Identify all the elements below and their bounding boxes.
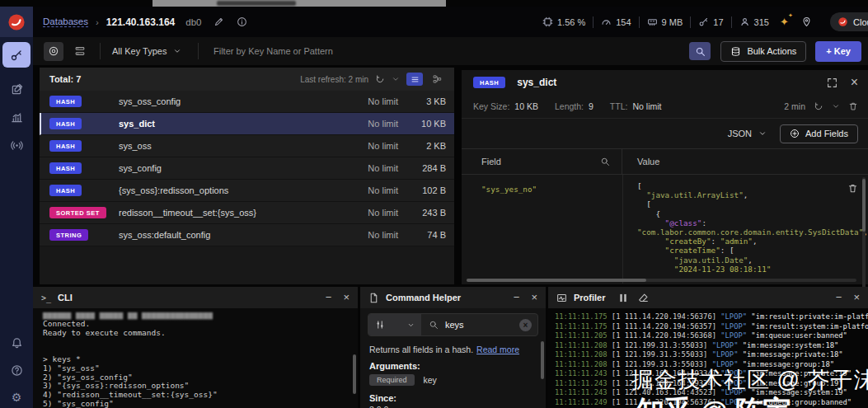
auto-refresh-chevron-icon[interactable] bbox=[392, 75, 400, 83]
command-helper-header[interactable]: Command Helper − × bbox=[360, 287, 546, 308]
json-token: "com.labor.common.core.domain.entity.Sys… bbox=[637, 227, 863, 237]
command-search-value[interactable]: keys bbox=[445, 320, 464, 330]
redis-logo[interactable] bbox=[0, 7, 33, 37]
scrollbar-thumb[interactable] bbox=[467, 279, 646, 282]
log-timestamp: 11:11:11.205 bbox=[555, 331, 608, 340]
pause-profiler-icon[interactable] bbox=[619, 293, 627, 302]
key-row[interactable]: SORTED SETredisson__timeout__set:{sys_os… bbox=[40, 202, 454, 224]
key-count-icon bbox=[698, 16, 709, 27]
notifications-bell-icon[interactable] bbox=[11, 337, 23, 349]
cloud-sign-in-button[interactable]: Cloud sign in bbox=[830, 12, 868, 31]
refresh-icon[interactable] bbox=[375, 74, 385, 84]
json-token: [ bbox=[637, 181, 642, 190]
minimize-profiler-icon[interactable]: − bbox=[836, 293, 842, 302]
list-view-icon bbox=[411, 75, 420, 84]
key-ttl: No limit bbox=[322, 96, 398, 106]
clear-search-icon[interactable]: × bbox=[519, 319, 532, 331]
read-more-link[interactable]: Read more bbox=[476, 345, 519, 354]
delete-field-icon[interactable] bbox=[847, 183, 858, 194]
field-column-label: Field bbox=[481, 157, 501, 166]
key-row[interactable]: HASHsys_ossNo limit2 KB bbox=[40, 135, 454, 157]
db-info-icon[interactable] bbox=[237, 16, 247, 27]
close-helper-icon[interactable]: × bbox=[531, 293, 537, 302]
close-cli-icon[interactable]: × bbox=[343, 293, 350, 302]
key-size-value: 10 KB bbox=[514, 101, 538, 111]
help-icon[interactable] bbox=[11, 364, 23, 377]
command-helper-title: Command Helper bbox=[386, 293, 461, 302]
ttl-value[interactable]: No limit bbox=[632, 101, 661, 111]
cli-output[interactable]: ▆▆▆▆▆▆ ▆▆▆▆ ▆▆▆▆▆ ▆▆ ▆▆▆▆▆▆▆▆▆▆▆▆▆▆▆Conn… bbox=[33, 308, 358, 408]
keys-list-header: Total: 7 Last refresh: 2 min bbox=[40, 68, 454, 91]
breadcrumb-databases-link[interactable]: Databases bbox=[43, 16, 88, 27]
tree-view-toggle[interactable] bbox=[429, 73, 446, 86]
key-row[interactable]: HASHsys_oss_configNo limit3 KB bbox=[40, 91, 454, 113]
log-timestamp: 11:11:11.243 bbox=[555, 379, 608, 387]
json-line: "createBy": "admin", bbox=[637, 237, 838, 246]
profiler-title: Profiler bbox=[574, 293, 606, 302]
command-filter-dropdown[interactable] bbox=[368, 314, 421, 335]
index-search-button[interactable] bbox=[70, 42, 90, 61]
sidebar-item-workbench[interactable] bbox=[11, 83, 23, 96]
log-command: "LPOP" bbox=[720, 322, 747, 331]
list-view-toggle[interactable] bbox=[406, 73, 423, 86]
helper-scrollbar[interactable] bbox=[541, 341, 544, 379]
command-search-bar[interactable]: keys × bbox=[368, 313, 538, 336]
key-size: 10 KB bbox=[398, 119, 446, 129]
cli-header[interactable]: >_ CLI − × bbox=[33, 287, 358, 308]
key-filter-input[interactable] bbox=[212, 45, 689, 57]
close-details-icon[interactable]: × bbox=[851, 78, 858, 87]
edit-alias-icon[interactable] bbox=[213, 16, 224, 27]
field-value-cell[interactable]: [ "java.util.ArrayList", [ { "@class":"c… bbox=[637, 181, 838, 274]
key-type-badge: HASH bbox=[49, 162, 82, 174]
scrollbar-thumb[interactable] bbox=[862, 179, 866, 232]
expand-panel-icon[interactable] bbox=[827, 77, 838, 88]
value-horizontal-scrollbar[interactable] bbox=[467, 279, 856, 282]
details-refresh-chevron-icon[interactable] bbox=[832, 102, 840, 110]
log-timestamp: 11:11:11.208 bbox=[555, 350, 608, 359]
minimize-cli-icon[interactable]: − bbox=[326, 293, 332, 302]
settings-gear-icon[interactable]: ⚙ bbox=[12, 392, 22, 403]
minimize-helper-icon[interactable]: − bbox=[514, 293, 520, 302]
close-profiler-icon[interactable]: × bbox=[853, 293, 860, 302]
sidebar-item-pubsub[interactable] bbox=[11, 139, 23, 152]
details-refresh-controls: 2 min bbox=[784, 101, 858, 111]
delete-key-icon[interactable] bbox=[848, 101, 858, 111]
key-size-label: Key Size: bbox=[473, 101, 509, 111]
json-token: "createTime" bbox=[665, 246, 720, 255]
log-client-address: [1 111.14.220.194:56368] bbox=[612, 331, 716, 340]
details-refresh-icon[interactable] bbox=[814, 101, 823, 111]
key-row[interactable]: STRINGsys_oss:default_configNo limit74 B bbox=[40, 224, 454, 246]
sidebar-item-browser[interactable] bbox=[2, 42, 30, 68]
format-selector[interactable]: JSON bbox=[728, 129, 767, 138]
log-line: 11:11:11.208 [1 121.199.31.3:55033] "LPO… bbox=[555, 350, 868, 360]
column-field[interactable]: Field bbox=[462, 149, 622, 174]
clear-profiler-icon[interactable] bbox=[638, 293, 649, 303]
location-pin-icon[interactable] bbox=[801, 16, 812, 27]
cli-title: CLI bbox=[58, 293, 73, 302]
bulk-actions-button[interactable]: Bulk Actions bbox=[720, 41, 806, 62]
divider bbox=[100, 43, 101, 59]
profiler-header[interactable]: Profiler − × bbox=[548, 287, 868, 308]
key-size: 3 KB bbox=[398, 96, 446, 106]
cli-line: ▆▆▆▆▆▆ ▆▆▆▆ ▆▆▆▆▆ ▆▆ ▆▆▆▆▆▆▆▆▆▆▆▆▆▆▆ bbox=[43, 311, 358, 320]
sidebar-item-analytics[interactable] bbox=[11, 111, 23, 124]
field-name-cell[interactable]: "sys_yes_no" bbox=[481, 185, 537, 194]
field-search-icon[interactable] bbox=[600, 157, 610, 166]
key-row[interactable]: HASHsys_configNo limit284 B bbox=[40, 157, 454, 180]
column-value[interactable]: Value bbox=[622, 157, 868, 166]
key-type-badge: HASH bbox=[49, 185, 82, 196]
scan-mode-button[interactable] bbox=[44, 42, 63, 61]
key-row[interactable]: HASHsys_dictNo limit10 KB bbox=[40, 113, 454, 135]
search-button[interactable] bbox=[689, 42, 711, 60]
json-line: "createTime": [ bbox=[637, 246, 838, 255]
cli-scrollbar[interactable] bbox=[353, 354, 356, 394]
cli-line: 5) "sys_config" bbox=[43, 400, 358, 408]
add-key-button[interactable]: + Key bbox=[815, 41, 861, 62]
key-type-badge: HASH bbox=[49, 96, 82, 107]
tree-view-icon bbox=[433, 74, 443, 84]
copilot-sparkle-icon[interactable]: ✦✦ bbox=[780, 16, 789, 28]
hash-field-row[interactable]: "sys_yes_no" [ "java.util.ArrayList", [ … bbox=[462, 175, 868, 284]
key-type-filter[interactable]: All Key Types bbox=[112, 46, 188, 56]
key-row[interactable]: HASH{sys_oss}:redisson_optionsNo limit10… bbox=[40, 180, 454, 202]
add-fields-button[interactable]: Add Fields bbox=[780, 124, 858, 143]
